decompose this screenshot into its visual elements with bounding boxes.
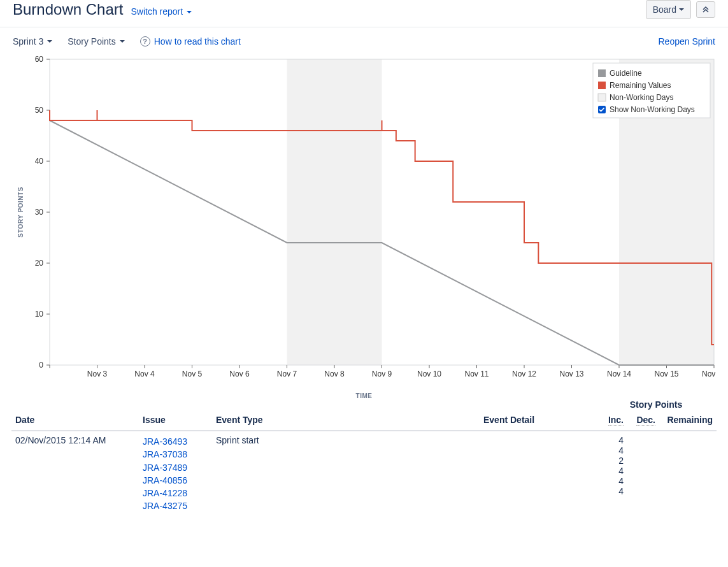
header-left: Burndown Chart Switch report: [13, 1, 192, 18]
cell-issue: JRA-36493JRA-37038JRA-37489JRA-40856JRA-…: [139, 431, 212, 517]
col-remaining: Remaining: [659, 410, 717, 431]
cell-date: 02/Nov/2015 12:14 AM: [11, 431, 139, 517]
svg-text:Nov 9: Nov 9: [372, 370, 392, 378]
switch-report-label: Switch report: [131, 6, 183, 17]
x-axis-label: TIME: [11, 392, 717, 399]
sprint-selector[interactable]: Sprint 3: [13, 36, 52, 47]
chevron-down-icon: [47, 40, 52, 43]
svg-text:Nov 8: Nov 8: [324, 370, 345, 378]
svg-text:Nov 15: Nov 15: [654, 370, 678, 378]
svg-text:Nov 4: Nov 4: [134, 370, 155, 378]
svg-text:0: 0: [39, 361, 43, 370]
sprint-selector-label: Sprint 3: [13, 36, 43, 47]
col-event-detail: Event Detail: [480, 410, 596, 431]
svg-text:Nov 6: Nov 6: [229, 370, 250, 378]
metric-selector-label: Story Points: [68, 36, 115, 47]
story-points-section-header: Story Points: [11, 399, 717, 410]
svg-text:Nov 5: Nov 5: [182, 370, 203, 378]
table-row: 02/Nov/2015 12:14 AMJRA-36493JRA-37038JR…: [11, 431, 717, 517]
col-date: Date: [11, 410, 139, 431]
col-inc: Inc.: [596, 410, 627, 431]
chevron-down-icon: [120, 40, 125, 43]
chart-area: 0102030405060STORY POINTSNov 3Nov 4Nov 5…: [0, 52, 728, 399]
svg-text:10: 10: [35, 310, 44, 319]
cell-dec: [627, 431, 659, 517]
help-link[interactable]: ? How to read this chart: [140, 36, 241, 47]
help-link-label: How to read this chart: [154, 36, 241, 47]
cell-event-type: Sprint start: [212, 431, 480, 517]
page-header: Burndown Chart Switch report Board: [0, 0, 728, 27]
svg-text:Show Non-Working Days: Show Non-Working Days: [610, 105, 695, 114]
col-event-type: Event Type: [212, 410, 480, 431]
svg-rect-52: [598, 94, 606, 101]
svg-text:30: 30: [35, 208, 44, 217]
svg-text:Guideline: Guideline: [610, 69, 642, 78]
svg-text:Non-Working Days: Non-Working Days: [610, 93, 673, 102]
svg-text:Nov 7: Nov 7: [277, 370, 297, 378]
switch-report-link[interactable]: Switch report: [131, 6, 192, 17]
svg-text:Remaining Values: Remaining Values: [610, 81, 671, 90]
double-chevron-up-icon: [702, 6, 710, 13]
svg-text:Nov 11: Nov 11: [464, 370, 489, 378]
svg-text:50: 50: [35, 106, 44, 115]
svg-text:Nov 13: Nov 13: [559, 370, 583, 378]
col-dec: Dec.: [627, 410, 659, 431]
issue-link[interactable]: JRA-41228: [143, 487, 208, 499]
issue-link[interactable]: JRA-36493: [143, 435, 208, 448]
board-dropdown-button[interactable]: Board: [646, 0, 691, 19]
svg-text:60: 60: [35, 55, 44, 64]
issue-link[interactable]: JRA-40856: [143, 474, 208, 487]
collapse-button[interactable]: [696, 1, 715, 18]
svg-text:40: 40: [35, 157, 44, 166]
chart-legend: GuidelineRemaining ValuesNon-Working Day…: [593, 63, 710, 118]
svg-text:Nov 10: Nov 10: [417, 370, 441, 378]
col-issue: Issue: [139, 410, 212, 431]
cell-remaining: [659, 431, 717, 517]
issue-link[interactable]: JRA-43275: [143, 499, 208, 512]
svg-text:Nov 12: Nov 12: [512, 370, 536, 378]
subheader: Sprint 3 Story Points ? How to read this…: [0, 27, 728, 52]
metric-selector[interactable]: Story Points: [68, 36, 124, 47]
cell-event-detail: [480, 431, 596, 517]
chevron-down-icon: [187, 11, 192, 13]
burndown-chart: 0102030405060STORY POINTSNov 3Nov 4Nov 5…: [11, 54, 717, 389]
board-button-label: Board: [653, 4, 676, 15]
issue-link[interactable]: JRA-37489: [143, 461, 208, 474]
svg-rect-0: [287, 59, 382, 365]
svg-text:Nov 14: Nov 14: [607, 370, 631, 378]
events-table: Date Issue Event Type Event Detail Inc. …: [11, 410, 717, 517]
page-title: Burndown Chart: [13, 1, 123, 18]
story-points-header-label: Story Points: [596, 399, 717, 410]
svg-rect-48: [598, 69, 606, 77]
reopen-sprint-link[interactable]: Reopen Sprint: [658, 36, 715, 47]
svg-rect-50: [598, 82, 606, 89]
cell-inc: 442444: [596, 431, 627, 517]
chevron-down-icon: [679, 8, 684, 11]
svg-text:STORY POINTS: STORY POINTS: [17, 187, 24, 238]
issue-link[interactable]: JRA-37038: [143, 448, 208, 461]
svg-text:20: 20: [35, 259, 44, 268]
events-table-wrap: Story Points Date Issue Event Type Event…: [0, 399, 728, 517]
svg-text:Nov 3: Nov 3: [87, 370, 108, 378]
subheader-left: Sprint 3 Story Points ? How to read this…: [13, 36, 241, 47]
header-right: Board: [646, 0, 715, 19]
help-icon: ?: [140, 36, 150, 47]
svg-text:Nov 16: Nov 16: [702, 370, 717, 378]
